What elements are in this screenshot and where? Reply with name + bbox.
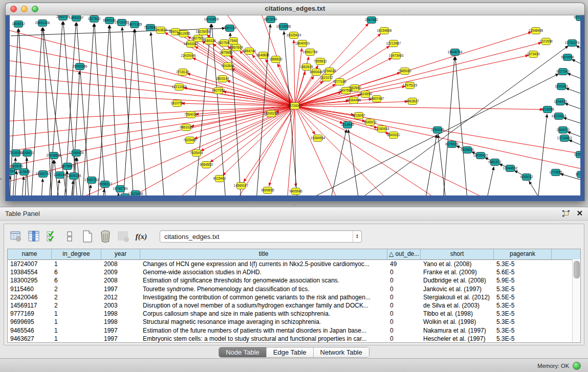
select-columns-icon[interactable]	[45, 230, 58, 243]
graph-node[interactable]: 9835698	[461, 147, 474, 154]
graph-edge[interactable]	[230, 56, 295, 106]
graph-node[interactable]: 8676919	[445, 141, 459, 148]
graph-edge[interactable]	[223, 106, 295, 176]
graph-node[interactable]: 17957253	[84, 177, 99, 184]
graph-node[interactable]: 19384554	[311, 135, 325, 142]
graph-node[interactable]: 1115685	[18, 169, 31, 176]
graph-node[interactable]: 2043719	[56, 15, 70, 20]
delete-table-icon[interactable]	[99, 230, 112, 243]
column-header-short[interactable]: short	[421, 249, 494, 259]
graph-node[interactable]: 7955812	[314, 58, 327, 65]
graph-node[interactable]: 677364	[576, 171, 580, 178]
graph-node[interactable]: 9084553	[200, 162, 213, 168]
graph-node[interactable]: 2087682	[365, 17, 378, 24]
graph-edge[interactable]	[348, 129, 359, 195]
tab-network-table[interactable]: Network Table	[313, 347, 369, 357]
graph-node[interactable]: 8813054	[264, 16, 277, 23]
graph-node[interactable]: 10653287	[69, 15, 84, 21]
graph-edge[interactable]	[151, 32, 164, 195]
table-row[interactable]: 1938455462009Genome-wide association stu…	[8, 268, 580, 276]
graph-edge[interactable]	[77, 23, 90, 195]
graph-node[interactable]: 1770655	[549, 169, 562, 176]
graph-node[interactable]: 16782759	[113, 186, 128, 192]
graph-edge[interactable]	[565, 103, 580, 111]
graph-edge[interactable]	[10, 106, 295, 121]
graph-edge[interactable]	[10, 75, 295, 106]
graph-node[interactable]: 9463627	[406, 98, 419, 105]
table-vertical-scrollbar[interactable]	[572, 259, 580, 342]
graph-edge[interactable]	[123, 29, 134, 195]
new-table-icon[interactable]	[81, 230, 94, 243]
graph-edge[interactable]	[331, 129, 346, 195]
graph-node[interactable]: 8215958	[541, 106, 554, 113]
table-row[interactable]: 1872400712008Changes of HCN gene express…	[8, 260, 580, 268]
graph-node[interactable]: 7625465	[183, 137, 197, 144]
column-visibility-icon[interactable]	[27, 230, 40, 243]
function-builder-icon[interactable]: f(x)	[135, 230, 148, 243]
graph-node[interactable]: 20364486	[346, 97, 361, 104]
graph-edge[interactable]	[295, 106, 343, 123]
graph-node[interactable]: 20891406	[35, 20, 50, 27]
column-header-year[interactable]: year	[101, 249, 140, 259]
table-row[interactable]: 977716911998Corpus callosum shape and si…	[8, 310, 580, 318]
graph-node[interactable]: 1046972	[363, 119, 377, 126]
graph-edge[interactable]	[455, 57, 467, 195]
graph-edge[interactable]	[10, 106, 295, 137]
scrollbar-thumb[interactable]	[574, 261, 580, 278]
graph-node[interactable]: 20053346	[73, 63, 88, 70]
graph-node[interactable]: 12160433	[375, 126, 389, 133]
graph-edge[interactable]	[195, 24, 211, 195]
graph-edge[interactable]	[110, 25, 118, 195]
graph-node[interactable]: 16543382	[184, 41, 199, 48]
graph-node[interactable]: 8990448	[310, 69, 323, 76]
graph-node[interactable]: 7485063	[398, 68, 411, 75]
graph-node[interactable]: 1221598	[539, 38, 553, 45]
graph-node[interactable]: 6497568	[339, 87, 353, 94]
graph-node[interactable]: 1810755	[170, 100, 184, 107]
graph-node[interactable]: 9153954	[574, 15, 580, 21]
graph-node[interactable]: 1569293	[556, 127, 570, 134]
table-selector-dropdown[interactable]: citations_edges.txt ▲▼	[160, 230, 362, 243]
graph-edge[interactable]	[538, 114, 547, 195]
close-window-button[interactable]	[10, 6, 17, 12]
graph-node[interactable]: 11548408	[529, 28, 543, 34]
graph-node[interactable]: 12213343	[172, 84, 187, 91]
graph-edge[interactable]	[487, 167, 494, 195]
graph-node[interactable]: 16033809	[204, 16, 219, 23]
graph-node[interactable]: 9227343	[556, 69, 570, 75]
graph-node[interactable]: 8912955	[177, 31, 190, 37]
table-row[interactable]: 1830029562008Estimation of significance …	[8, 276, 580, 285]
graph-node[interactable]: 2803144	[216, 76, 229, 82]
graph-edge[interactable]	[10, 106, 295, 152]
close-panel-icon[interactable]: ✕	[576, 209, 583, 217]
graph-node[interactable]: 9465546	[289, 188, 302, 195]
graph-node[interactable]: 18640910	[295, 40, 310, 47]
graph-edge[interactable]	[565, 88, 580, 96]
graph-edge[interactable]	[230, 33, 241, 195]
graph-edge[interactable]	[25, 158, 27, 195]
table-row[interactable]: 911546021997Tourette syndrome. Phenomeno…	[8, 285, 580, 293]
network-canvas[interactable]: 1872400714055722089140620437191065328715…	[10, 15, 580, 195]
graph-node[interactable]: 12213967	[386, 40, 401, 47]
graph-edge[interactable]	[182, 103, 295, 106]
graph-edge[interactable]	[295, 106, 543, 110]
graph-node[interactable]: 7463822	[154, 27, 167, 34]
tab-edge-table[interactable]: Edge Table	[266, 347, 313, 357]
graph-edge[interactable]	[82, 24, 94, 195]
graph-node[interactable]: 7857224	[223, 25, 236, 32]
graph-node[interactable]: 9475685	[220, 50, 233, 56]
graph-node[interactable]: 2718120	[176, 69, 189, 76]
graph-node[interactable]: 1145194	[54, 172, 67, 179]
column-header-name[interactable]: name	[8, 249, 52, 259]
graph-edge[interactable]	[10, 60, 295, 106]
graph-node[interactable]: 7635404	[190, 150, 203, 157]
tab-node-table[interactable]: Node Table	[219, 347, 266, 357]
graph-node[interactable]: 8427552	[212, 87, 225, 94]
graph-edge[interactable]	[576, 46, 580, 52]
graph-node[interactable]: 18325419	[287, 32, 301, 39]
graph-node[interactable]: 17359924	[69, 150, 84, 157]
graph-edge[interactable]	[567, 73, 580, 81]
window-titlebar[interactable]: citations_edges.txt	[6, 3, 584, 15]
table-row[interactable]: 946554611997Estimation of the future num…	[8, 326, 580, 335]
graph-edge[interactable]	[103, 189, 104, 195]
